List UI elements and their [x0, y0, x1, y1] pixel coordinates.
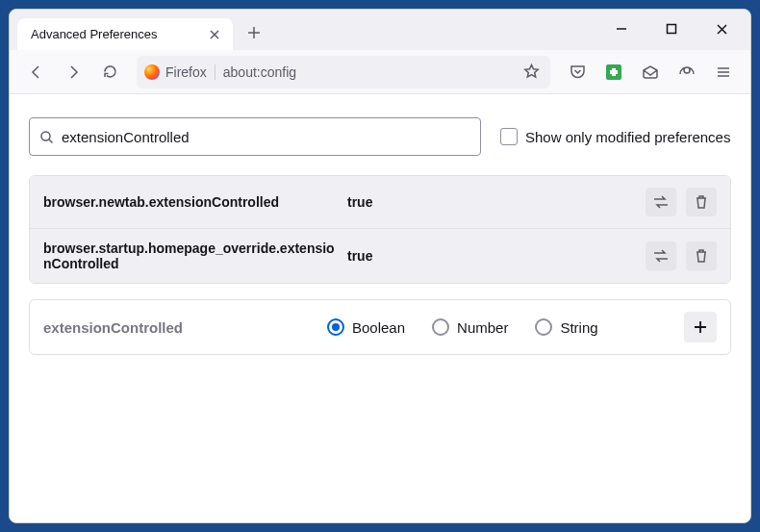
show-only-modified-label[interactable]: Show only modified preferences	[500, 128, 730, 145]
new-tab-button[interactable]	[241, 19, 267, 46]
urlbar-input[interactable]: about:config	[223, 64, 512, 80]
checkbox-label-text: Show only modified preferences	[525, 129, 730, 145]
menu-button[interactable]	[708, 57, 739, 88]
content-area: Show only modified preferences browser.n…	[10, 94, 750, 522]
radio-boolean[interactable]: Boolean	[327, 318, 405, 336]
toggle-button[interactable]	[646, 188, 676, 216]
forward-button[interactable]	[58, 57, 89, 88]
reload-button[interactable]	[94, 57, 125, 88]
minimize-button[interactable]	[608, 15, 635, 42]
radio-boolean-input[interactable]	[327, 318, 344, 336]
inbox-icon[interactable]	[635, 57, 666, 88]
pref-row: browser.newtab.extensionControlled true	[30, 176, 730, 228]
add-button[interactable]	[684, 312, 717, 342]
radio-number-label: Number	[457, 319, 508, 336]
firefox-logo-icon	[144, 64, 160, 80]
urlbar[interactable]: Firefox about:config	[137, 56, 550, 89]
bookmark-star-icon[interactable]	[519, 63, 543, 80]
urlbar-identity-label: Firefox	[165, 64, 207, 80]
titlebar: Advanced Preferences	[10, 10, 750, 50]
add-pref-row: extensionControlled Boolean Number Strin…	[29, 299, 731, 355]
close-window-button[interactable]	[708, 15, 735, 42]
delete-button[interactable]	[686, 188, 717, 216]
radio-number[interactable]: Number	[432, 318, 508, 336]
search-box[interactable]	[29, 117, 481, 156]
extension-icon[interactable]	[598, 57, 629, 88]
pref-list: browser.newtab.extensionControlled true …	[29, 175, 731, 284]
active-tab[interactable]: Advanced Preferences	[17, 18, 233, 50]
svg-point-1	[41, 132, 50, 140]
close-tab-button[interactable]	[208, 28, 221, 41]
back-button[interactable]	[21, 57, 52, 88]
urlbar-identity[interactable]: Firefox	[144, 64, 215, 80]
browser-window: Advanced Preferences	[9, 9, 751, 523]
maximize-button[interactable]	[658, 15, 685, 42]
radio-string[interactable]: String	[535, 318, 597, 336]
pref-value: true	[342, 194, 646, 210]
toolbar: Firefox about:config	[10, 50, 750, 94]
pref-name: browser.newtab.extensionControlled	[43, 194, 342, 210]
toggle-button[interactable]	[646, 241, 676, 270]
pocket-icon[interactable]	[562, 57, 593, 88]
radio-boolean-label: Boolean	[352, 319, 405, 336]
radio-string-input[interactable]	[535, 318, 552, 336]
type-radio-group: Boolean Number String	[327, 318, 684, 336]
search-icon	[39, 130, 54, 144]
search-row: Show only modified preferences	[29, 117, 731, 156]
pref-value: true	[342, 248, 646, 264]
account-icon[interactable]	[671, 57, 702, 88]
search-input[interactable]	[62, 129, 470, 145]
pref-row: browser.startup.homepage_override.extens…	[30, 228, 730, 283]
radio-string-label: String	[560, 319, 597, 336]
window-controls	[608, 15, 735, 42]
pref-actions	[646, 241, 717, 270]
pref-actions	[646, 188, 717, 216]
add-pref-name: extensionControlled	[43, 319, 327, 336]
radio-number-input[interactable]	[432, 318, 449, 336]
pref-name: browser.startup.homepage_override.extens…	[43, 241, 342, 271]
show-only-modified-checkbox[interactable]	[500, 128, 518, 145]
delete-button[interactable]	[686, 241, 717, 270]
svg-rect-0	[668, 25, 676, 34]
tab-title: Advanced Preferences	[31, 27, 158, 41]
